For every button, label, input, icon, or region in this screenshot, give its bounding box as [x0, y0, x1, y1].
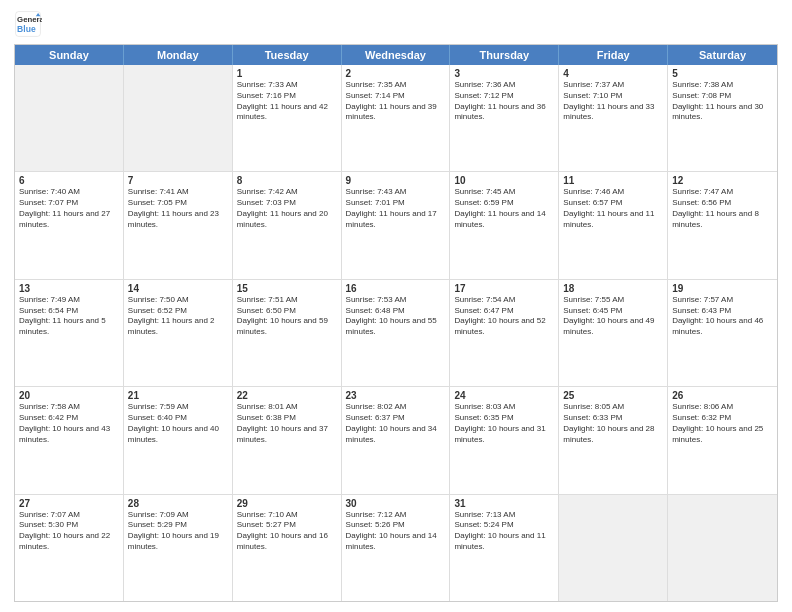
calendar-cell: 15Sunrise: 7:51 AMSunset: 6:50 PMDayligh…: [233, 280, 342, 386]
calendar-cell: 1Sunrise: 7:33 AMSunset: 7:16 PMDaylight…: [233, 65, 342, 171]
day-info: Sunrise: 7:47 AMSunset: 6:56 PMDaylight:…: [672, 187, 773, 230]
day-number: 27: [19, 498, 119, 509]
calendar-cell: 28Sunrise: 7:09 AMSunset: 5:29 PMDayligh…: [124, 495, 233, 601]
day-info: Sunrise: 7:58 AMSunset: 6:42 PMDaylight:…: [19, 402, 119, 445]
header: General Blue: [14, 10, 778, 38]
day-number: 10: [454, 175, 554, 186]
calendar-cell: 26Sunrise: 8:06 AMSunset: 6:32 PMDayligh…: [668, 387, 777, 493]
day-info: Sunrise: 7:54 AMSunset: 6:47 PMDaylight:…: [454, 295, 554, 338]
header-cell-saturday: Saturday: [668, 45, 777, 65]
day-number: 21: [128, 390, 228, 401]
day-number: 20: [19, 390, 119, 401]
day-number: 1: [237, 68, 337, 79]
day-number: 4: [563, 68, 663, 79]
day-number: 2: [346, 68, 446, 79]
header-cell-friday: Friday: [559, 45, 668, 65]
day-number: 25: [563, 390, 663, 401]
calendar-cell: [15, 65, 124, 171]
day-info: Sunrise: 7:37 AMSunset: 7:10 PMDaylight:…: [563, 80, 663, 123]
day-info: Sunrise: 7:13 AMSunset: 5:24 PMDaylight:…: [454, 510, 554, 553]
day-number: 6: [19, 175, 119, 186]
calendar-cell: [559, 495, 668, 601]
day-number: 12: [672, 175, 773, 186]
day-info: Sunrise: 7:36 AMSunset: 7:12 PMDaylight:…: [454, 80, 554, 123]
day-number: 3: [454, 68, 554, 79]
calendar-row: 27Sunrise: 7:07 AMSunset: 5:30 PMDayligh…: [15, 495, 777, 601]
day-number: 15: [237, 283, 337, 294]
calendar-cell: 16Sunrise: 7:53 AMSunset: 6:48 PMDayligh…: [342, 280, 451, 386]
day-info: Sunrise: 7:12 AMSunset: 5:26 PMDaylight:…: [346, 510, 446, 553]
day-number: 17: [454, 283, 554, 294]
calendar-cell: 5Sunrise: 7:38 AMSunset: 7:08 PMDaylight…: [668, 65, 777, 171]
calendar-header: SundayMondayTuesdayWednesdayThursdayFrid…: [15, 45, 777, 65]
day-info: Sunrise: 8:05 AMSunset: 6:33 PMDaylight:…: [563, 402, 663, 445]
day-number: 11: [563, 175, 663, 186]
day-number: 29: [237, 498, 337, 509]
day-info: Sunrise: 7:07 AMSunset: 5:30 PMDaylight:…: [19, 510, 119, 553]
day-info: Sunrise: 7:10 AMSunset: 5:27 PMDaylight:…: [237, 510, 337, 553]
calendar-cell: 12Sunrise: 7:47 AMSunset: 6:56 PMDayligh…: [668, 172, 777, 278]
day-info: Sunrise: 7:40 AMSunset: 7:07 PMDaylight:…: [19, 187, 119, 230]
day-info: Sunrise: 7:33 AMSunset: 7:16 PMDaylight:…: [237, 80, 337, 123]
calendar-cell: 7Sunrise: 7:41 AMSunset: 7:05 PMDaylight…: [124, 172, 233, 278]
day-info: Sunrise: 7:35 AMSunset: 7:14 PMDaylight:…: [346, 80, 446, 123]
calendar-cell: 24Sunrise: 8:03 AMSunset: 6:35 PMDayligh…: [450, 387, 559, 493]
calendar-cell: 29Sunrise: 7:10 AMSunset: 5:27 PMDayligh…: [233, 495, 342, 601]
day-info: Sunrise: 7:38 AMSunset: 7:08 PMDaylight:…: [672, 80, 773, 123]
calendar-cell: 30Sunrise: 7:12 AMSunset: 5:26 PMDayligh…: [342, 495, 451, 601]
calendar-row: 13Sunrise: 7:49 AMSunset: 6:54 PMDayligh…: [15, 280, 777, 387]
day-info: Sunrise: 7:55 AMSunset: 6:45 PMDaylight:…: [563, 295, 663, 338]
calendar-cell: 14Sunrise: 7:50 AMSunset: 6:52 PMDayligh…: [124, 280, 233, 386]
calendar-cell: 17Sunrise: 7:54 AMSunset: 6:47 PMDayligh…: [450, 280, 559, 386]
day-number: 8: [237, 175, 337, 186]
day-number: 5: [672, 68, 773, 79]
calendar-cell: 31Sunrise: 7:13 AMSunset: 5:24 PMDayligh…: [450, 495, 559, 601]
calendar-cell: 22Sunrise: 8:01 AMSunset: 6:38 PMDayligh…: [233, 387, 342, 493]
calendar-cell: 8Sunrise: 7:42 AMSunset: 7:03 PMDaylight…: [233, 172, 342, 278]
day-info: Sunrise: 7:51 AMSunset: 6:50 PMDaylight:…: [237, 295, 337, 338]
day-info: Sunrise: 8:03 AMSunset: 6:35 PMDaylight:…: [454, 402, 554, 445]
calendar-cell: 20Sunrise: 7:58 AMSunset: 6:42 PMDayligh…: [15, 387, 124, 493]
calendar-cell: 4Sunrise: 7:37 AMSunset: 7:10 PMDaylight…: [559, 65, 668, 171]
calendar-cell: 3Sunrise: 7:36 AMSunset: 7:12 PMDaylight…: [450, 65, 559, 171]
calendar-cell: 19Sunrise: 7:57 AMSunset: 6:43 PMDayligh…: [668, 280, 777, 386]
day-number: 7: [128, 175, 228, 186]
header-cell-wednesday: Wednesday: [342, 45, 451, 65]
calendar-cell: 11Sunrise: 7:46 AMSunset: 6:57 PMDayligh…: [559, 172, 668, 278]
svg-text:Blue: Blue: [17, 24, 36, 34]
day-info: Sunrise: 8:01 AMSunset: 6:38 PMDaylight:…: [237, 402, 337, 445]
day-number: 31: [454, 498, 554, 509]
header-cell-monday: Monday: [124, 45, 233, 65]
calendar-row: 6Sunrise: 7:40 AMSunset: 7:07 PMDaylight…: [15, 172, 777, 279]
header-cell-sunday: Sunday: [15, 45, 124, 65]
day-number: 9: [346, 175, 446, 186]
day-info: Sunrise: 7:59 AMSunset: 6:40 PMDaylight:…: [128, 402, 228, 445]
calendar-cell: 6Sunrise: 7:40 AMSunset: 7:07 PMDaylight…: [15, 172, 124, 278]
calendar: SundayMondayTuesdayWednesdayThursdayFrid…: [14, 44, 778, 602]
day-info: Sunrise: 7:49 AMSunset: 6:54 PMDaylight:…: [19, 295, 119, 338]
day-number: 13: [19, 283, 119, 294]
day-number: 26: [672, 390, 773, 401]
calendar-cell: 27Sunrise: 7:07 AMSunset: 5:30 PMDayligh…: [15, 495, 124, 601]
calendar-cell: [124, 65, 233, 171]
calendar-row: 1Sunrise: 7:33 AMSunset: 7:16 PMDaylight…: [15, 65, 777, 172]
calendar-body: 1Sunrise: 7:33 AMSunset: 7:16 PMDaylight…: [15, 65, 777, 601]
day-number: 23: [346, 390, 446, 401]
calendar-cell: 23Sunrise: 8:02 AMSunset: 6:37 PMDayligh…: [342, 387, 451, 493]
day-number: 19: [672, 283, 773, 294]
calendar-cell: 2Sunrise: 7:35 AMSunset: 7:14 PMDaylight…: [342, 65, 451, 171]
calendar-cell: 10Sunrise: 7:45 AMSunset: 6:59 PMDayligh…: [450, 172, 559, 278]
day-info: Sunrise: 7:50 AMSunset: 6:52 PMDaylight:…: [128, 295, 228, 338]
day-info: Sunrise: 7:43 AMSunset: 7:01 PMDaylight:…: [346, 187, 446, 230]
day-number: 24: [454, 390, 554, 401]
calendar-cell: 25Sunrise: 8:05 AMSunset: 6:33 PMDayligh…: [559, 387, 668, 493]
day-number: 28: [128, 498, 228, 509]
logo-icon: General Blue: [14, 10, 42, 38]
day-number: 14: [128, 283, 228, 294]
day-info: Sunrise: 7:09 AMSunset: 5:29 PMDaylight:…: [128, 510, 228, 553]
calendar-row: 20Sunrise: 7:58 AMSunset: 6:42 PMDayligh…: [15, 387, 777, 494]
calendar-cell: 9Sunrise: 7:43 AMSunset: 7:01 PMDaylight…: [342, 172, 451, 278]
day-info: Sunrise: 8:02 AMSunset: 6:37 PMDaylight:…: [346, 402, 446, 445]
day-info: Sunrise: 7:41 AMSunset: 7:05 PMDaylight:…: [128, 187, 228, 230]
header-cell-tuesday: Tuesday: [233, 45, 342, 65]
